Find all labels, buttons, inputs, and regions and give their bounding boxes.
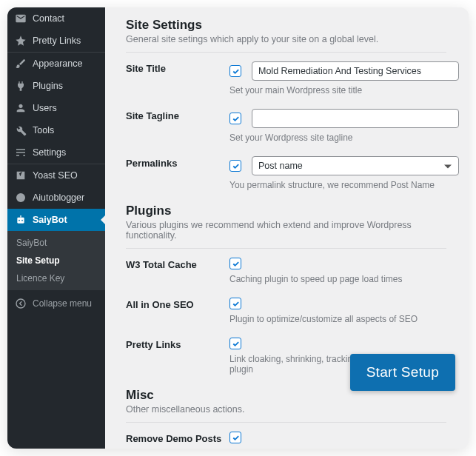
aio-checkbox[interactable] [229, 298, 241, 309]
yoast-icon [15, 170, 27, 181]
sidebar-item-settings[interactable]: Settings [7, 141, 105, 164]
sidebar-item-label: Pretty Links [33, 36, 81, 46]
sidebar-item-appearance[interactable]: Appearance [7, 53, 105, 75]
sidebar-item-saiybot[interactable]: SaiyBot [7, 209, 105, 231]
row-site-tagline: Site Tagline Set your Wordpress site tag… [126, 109, 446, 143]
permalinks-checkbox[interactable] [229, 160, 241, 172]
w3-checkbox[interactable] [229, 258, 241, 269]
sidebar-item-plugins[interactable]: Plugins [7, 75, 105, 97]
sidebar-item-label: Yoast SEO [33, 170, 78, 181]
pl-label: Pretty Links [126, 338, 229, 375]
divider [126, 52, 446, 53]
sidebar-item-label: Tools [33, 125, 54, 135]
svg-point-5 [16, 299, 25, 308]
svg-rect-1 [17, 218, 24, 224]
mail-icon [15, 13, 27, 24]
sidebar-item-aiutoblogger[interactable]: Aiutoblogger [7, 187, 105, 209]
sidebar-item-label: Users [33, 103, 57, 113]
collapse-icon [15, 298, 27, 309]
sidebar-item-yoast-seo[interactable]: Yoast SEO [7, 164, 105, 187]
sidebar-item-label: Plugins [33, 81, 63, 91]
site-tagline-help: Set your Wordpress site tagline [229, 133, 459, 143]
sidebar-item-users[interactable]: Users [7, 97, 105, 119]
misc-subtitle: Other miscellaneous actions. [126, 404, 446, 415]
demo-checkbox[interactable] [229, 432, 241, 443]
divider [126, 248, 446, 249]
sidebar-item-contact[interactable]: Contact [7, 7, 105, 30]
sidebar-item-label: Aiutoblogger [33, 192, 84, 203]
svg-point-2 [19, 220, 20, 221]
sidebar-item-label: Settings [33, 147, 66, 158]
aio-help: Plugin to optimize/customize all aspects… [229, 314, 446, 324]
divider [126, 422, 446, 423]
aio-label: All in One SEO [126, 298, 229, 324]
collapse-menu-label: Collapse menu [33, 298, 92, 309]
w3-help: Caching plugin to speed up page load tim… [229, 274, 446, 284]
sidebar-item-pretty-links[interactable]: Pretty Links [7, 30, 105, 52]
start-setup-button[interactable]: Start Setup [350, 354, 455, 391]
collapse-menu-button[interactable]: Collapse menu [7, 292, 105, 315]
site-tagline-checkbox[interactable] [229, 113, 241, 124]
star-icon [15, 35, 27, 47]
row-all-in-one-seo: All in One SEO Plugin to optimize/custom… [126, 298, 446, 324]
ai-icon [15, 192, 27, 204]
site-title-checkbox[interactable] [229, 65, 241, 77]
demo-label: Remove Demo Posts [126, 432, 229, 449]
demo-help: This will remove the 'Hello world!' post… [229, 448, 446, 449]
row-permalinks: Permalinks Post name You permalink struc… [126, 156, 446, 190]
bot-icon [15, 214, 27, 226]
plugins-subtitle: Various plugins we recommend which exten… [126, 220, 446, 241]
sidebar-item-label: Appearance [33, 58, 82, 69]
site-title-input[interactable] [252, 61, 459, 81]
row-remove-demo-posts: Remove Demo Posts This will remove the '… [126, 432, 446, 449]
permalinks-select[interactable]: Post name [252, 156, 459, 175]
row-w3-total-cache: W3 Total Cache Caching plugin to speed u… [126, 258, 446, 284]
plug-icon [15, 80, 27, 92]
sidebar-item-label: Contact [33, 13, 64, 24]
row-site-title: Site Title Set your main Wordpress site … [126, 61, 446, 95]
plugins-title: Plugins [126, 204, 446, 218]
sidebar-item-label: SaiyBot [33, 215, 67, 225]
admin-sidebar: Contact Pretty Links Appearance Plugins [7, 7, 105, 449]
sliders-icon [15, 147, 27, 158]
permalinks-help: You permalink structure, we recommend Po… [229, 180, 459, 190]
submenu-item-saiybot[interactable]: SaiyBot [7, 234, 105, 252]
wrench-icon [15, 124, 27, 136]
user-icon [15, 102, 27, 114]
permalinks-label: Permalinks [126, 156, 229, 190]
submenu-item-licence-key[interactable]: Licence Key [7, 269, 105, 287]
app-frame: Contact Pretty Links Appearance Plugins [7, 7, 469, 449]
sidebar-item-tools[interactable]: Tools [7, 119, 105, 141]
site-tagline-label: Site Tagline [126, 109, 229, 143]
svg-rect-4 [20, 215, 21, 218]
site-title-help: Set your main Wordpress site title [229, 85, 459, 95]
site-settings-subtitle: General site setings which apply to your… [126, 34, 446, 44]
svg-point-0 [16, 193, 25, 202]
w3-label: W3 Total Cache [126, 258, 229, 284]
svg-point-3 [21, 220, 23, 221]
site-settings-title: Site Settings [126, 18, 446, 33]
submenu-item-site-setup[interactable]: Site Setup [7, 252, 105, 269]
site-tagline-input[interactable] [252, 109, 459, 128]
brush-icon [15, 58, 27, 70]
site-title-label: Site Title [126, 61, 229, 95]
sidebar-submenu: SaiyBot Site Setup Licence Key [7, 231, 105, 290]
pl-checkbox[interactable] [229, 338, 241, 349]
